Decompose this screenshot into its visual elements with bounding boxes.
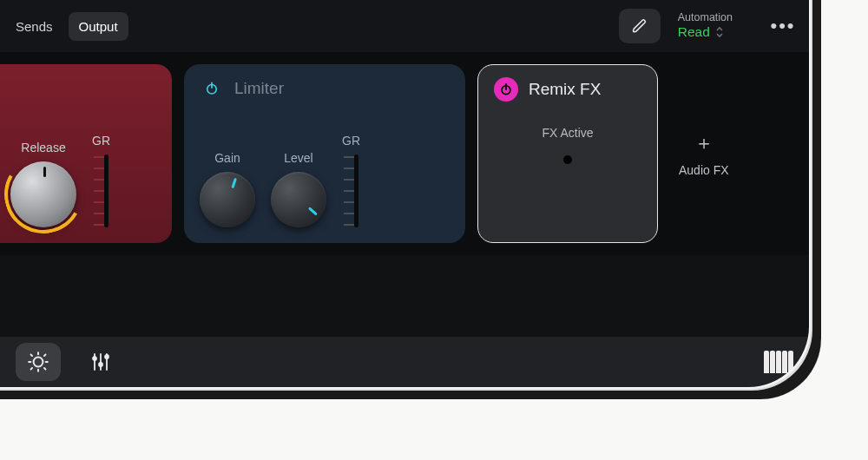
fx-active-led — [563, 155, 572, 164]
chevron-updown-icon — [715, 26, 724, 40]
add-audiofx-label: Audio FX — [679, 163, 729, 177]
knob-label-release: Release — [21, 141, 65, 154]
remixfx-status: FX Active — [494, 126, 641, 140]
power-icon — [204, 81, 220, 96]
power-button-limiter[interactable] — [200, 76, 224, 101]
plugin-card-limiter[interactable]: Limiter Gain Level GR — [184, 64, 465, 243]
gain-knob[interactable] — [200, 172, 255, 227]
automation-value: Read — [678, 24, 710, 41]
add-audiofx-button[interactable]: ＋ Audio FX — [670, 64, 738, 243]
more-menu-button[interactable]: ••• — [762, 9, 804, 43]
gr-label-b: GR — [342, 134, 360, 148]
gr-meter-b — [354, 154, 358, 227]
pencil-icon — [632, 18, 648, 34]
svg-point-2 — [34, 358, 43, 367]
knob-label-gain: Gain — [214, 151, 240, 165]
release-knob[interactable] — [10, 161, 76, 227]
knob-label-level: Level — [284, 151, 312, 165]
edit-pencil-button[interactable] — [619, 9, 661, 43]
svg-point-4 — [99, 363, 102, 366]
plugin-title-remixfx: Remix FX — [529, 80, 601, 99]
dial-icon — [27, 351, 49, 373]
svg-point-5 — [105, 355, 108, 358]
mixer-button[interactable] — [78, 343, 123, 381]
piano-icon — [764, 351, 769, 373]
smart-controls-button[interactable] — [16, 343, 61, 381]
keyboard-button[interactable] — [764, 351, 793, 373]
plugin-card-compressor[interactable]: Release GR — [0, 64, 172, 243]
svg-point-3 — [93, 357, 96, 360]
gr-label-a: GR — [92, 134, 110, 148]
gr-meter-a — [104, 154, 108, 227]
sliders-icon — [90, 352, 111, 372]
automation-label: Automation — [678, 11, 733, 24]
plus-icon: ＋ — [694, 130, 713, 156]
ellipsis-icon: ••• — [770, 15, 795, 37]
tab-sends[interactable]: Sends — [5, 12, 63, 41]
plugin-title-limiter: Limiter — [234, 79, 284, 98]
power-button-remixfx[interactable] — [494, 77, 518, 102]
level-knob[interactable] — [271, 172, 326, 227]
automation-selector[interactable]: Automation Read — [678, 11, 733, 41]
plugin-card-remixfx[interactable]: Remix FX FX Active — [477, 64, 658, 243]
power-icon — [498, 82, 514, 97]
tab-output[interactable]: Output — [69, 12, 128, 41]
